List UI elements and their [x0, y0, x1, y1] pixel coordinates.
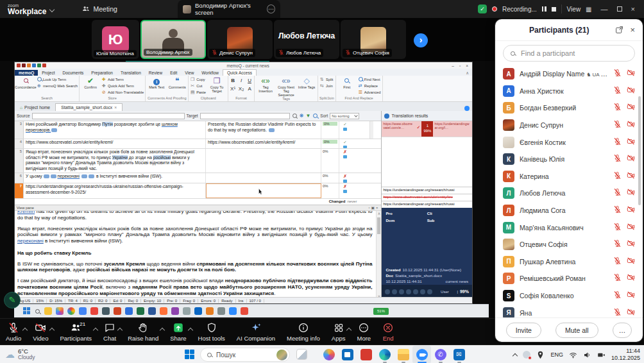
filter-funnel-icon[interactable]: ▼	[305, 113, 310, 119]
ribbon-tag-insertion[interactable]: «»Tag Insertion	[256, 76, 275, 97]
ribbon-tab-memoq[interactable]: memoQ	[15, 70, 38, 76]
participant-row-софія-коваленко[interactable]: SСофія Коваленко	[495, 287, 643, 305]
ribbon-tab-review[interactable]: Review	[145, 70, 166, 76]
participant-row-канівець-юлія[interactable]: ККанівець Юлія	[495, 151, 643, 168]
compare-row[interactable]: https://www.obozrevatel.com/ukr/entity/k…	[382, 194, 472, 201]
source-filter-input[interactable]	[32, 113, 185, 119]
target-cell[interactable]: https://www.obozrevatel.com/ukr/entity/k…	[206, 139, 321, 148]
target-cell[interactable]: Presently, the Russian dictator Vladimir…	[206, 121, 321, 139]
source-cell[interactable]: Нині російський диктатор Володимир Путін…	[24, 121, 206, 139]
comment-icon[interactable]	[343, 155, 347, 158]
ribbon-inline-tags[interactable]: ◇Inline Tags	[297, 76, 316, 97]
shared-app-excel[interactable]	[137, 307, 144, 315]
match-result-row[interactable]: https://www.obozrevatel.com/e… ✓ 1 99% h…	[382, 121, 472, 137]
taskbar-app-red-app[interactable]	[357, 346, 375, 363]
shared-app-explorer[interactable]	[44, 307, 52, 315]
comment-icon[interactable]	[343, 190, 347, 193]
search-daily-image[interactable]	[276, 350, 287, 360]
toolbar-video[interactable]: Video	[27, 319, 54, 345]
task-view-button[interactable]	[296, 349, 307, 360]
tab-options-button[interactable]: ⋯	[267, 4, 275, 13]
tab-document[interactable]: Stattia_sample_short.docx×	[55, 103, 123, 111]
participant-row-мар'яна-касьянович[interactable]: ММар'яна Касьянович	[495, 219, 643, 236]
comment-icon[interactable]	[343, 128, 347, 131]
next-participants-button[interactable]: ›	[414, 33, 428, 47]
close-icon[interactable]: ×	[114, 105, 117, 110]
target-cell[interactable]	[206, 149, 321, 173]
format-x[interactable]: X¹	[230, 86, 236, 92]
close-panel-icon[interactable]: ×	[630, 25, 635, 35]
start-button[interactable]	[185, 350, 194, 359]
format-a[interactable]: A	[246, 86, 253, 92]
ribbon-tab-quick-access[interactable]: Quick Access	[223, 69, 257, 76]
invite-button[interactable]: Invite	[506, 323, 541, 338]
ribbon-join[interactable]: ⇆Join	[319, 83, 333, 89]
shared-app-copilot[interactable]	[56, 307, 64, 315]
memoq-minimize[interactable]: –	[450, 63, 456, 68]
participant-row-денис-супрун[interactable]: Денис Супрун	[495, 117, 643, 134]
participant-row-любов-летюча[interactable]: ЛЛюбов Летюча	[495, 185, 643, 202]
tab-shared-screen[interactable]: Володимир Артюх's screen ⋯	[178, 0, 280, 18]
ribbon-tab-translation[interactable]: Translation	[117, 70, 145, 76]
participant-row-анна-христюк[interactable]: ААнна Христюк	[495, 83, 643, 100]
source-cell[interactable]: https://www.obozrevatel.com/ukr/entity/k…	[24, 139, 206, 148]
format-i[interactable]: I	[238, 78, 244, 83]
shared-app-grey-app[interactable]	[217, 307, 225, 315]
ribbon-add-non-translatable[interactable]: ⊘Add Non-Translatable	[101, 89, 144, 95]
ribbon-tab-documents[interactable]: Documents	[58, 70, 87, 76]
ribbon-add-term[interactable]: ✚Add Term	[101, 76, 144, 82]
view-pane-controls[interactable]: ▫▣×	[368, 206, 379, 210]
shared-app-linkedin[interactable]	[194, 307, 202, 315]
source-cell[interactable]: Якщо втрат, понесених унаслідок кількох …	[24, 149, 206, 173]
toolbar-more[interactable]: More	[351, 319, 377, 345]
ribbon-first[interactable]: First	[337, 76, 357, 96]
maximize-button[interactable]	[617, 6, 622, 12]
ribbon-paste[interactable]: ▤Paste	[190, 89, 206, 95]
ribbon-look-up-term[interactable]: Look Up Term	[37, 76, 78, 82]
taskbar-app-microsoft-store[interactable]	[338, 346, 357, 363]
sort-dropdown[interactable]: No sorting	[330, 113, 359, 119]
shared-search-icon[interactable]	[35, 305, 40, 317]
ribbon-tab-preparation[interactable]: Preparation	[87, 70, 117, 76]
ribbon-quick-add-term[interactable]: ✚Quick Add Term	[101, 83, 144, 89]
participant-row-андрій-display-name[interactable]: ААндрій Display Name ♞ UA ✈ ☂ ⚙ …	[495, 65, 643, 83]
table-row[interactable]: 5Якщо втрат, понесених унаслідок кількох…	[15, 149, 381, 173]
participant-row-євгенія-костик[interactable]: Євгенія Костик	[495, 133, 643, 151]
pop-out-icon[interactable]	[615, 26, 623, 34]
ribbon-split[interactable]: ⇅Split	[319, 76, 333, 82]
table-row[interactable]: 4https://www.obozrevatel.com/ukr/entity/…	[15, 139, 381, 149]
source-cell[interactable]: У цьому переконані в Інституті вивчення …	[24, 173, 206, 183]
quick-access-icon-5[interactable]	[42, 63, 46, 67]
camera-icon[interactable]	[597, 351, 606, 359]
hidden-icons-chevron[interactable]	[513, 353, 518, 358]
view-grid-icon[interactable]: ▦	[586, 6, 591, 13]
shared-app-outlook[interactable]	[125, 307, 133, 315]
format-x[interactable]: X₂	[238, 86, 244, 92]
toolbar-audio[interactable]: Audio	[0, 319, 27, 345]
format-b[interactable]: B	[230, 78, 236, 83]
ribbon-replace[interactable]: ⇄Replace	[358, 83, 381, 89]
toolbar-participants[interactable]: Participants21	[54, 319, 97, 345]
speaker-icon[interactable]	[583, 351, 591, 359]
ribbon-confirm[interactable]: ✔Confirm	[81, 76, 100, 96]
weather-widget[interactable]: ☁ 6°C Cloudy	[5, 348, 35, 361]
ribbon-copy[interactable]: ❐Copy	[190, 76, 206, 82]
shared-start-button[interactable]	[23, 307, 31, 315]
memoq-maximize[interactable]: ▫	[457, 63, 462, 68]
pause-recording-button[interactable]	[542, 6, 547, 12]
table-row[interactable]: 7https://understandingwar.org/research/r…	[15, 183, 381, 199]
video-tile-денис-супрун[interactable]: Денис Супрун	[207, 20, 273, 59]
mute-all-button[interactable]: Mute all	[555, 323, 598, 338]
minimize-button[interactable]: —	[597, 5, 612, 13]
language-indicator[interactable]: ENG	[550, 351, 563, 358]
comment-icon[interactable]	[343, 146, 347, 148]
shared-app-calc[interactable]	[102, 307, 110, 315]
taskbar-app-copilot[interactable]	[319, 346, 338, 363]
memoq-close[interactable]: ×	[464, 63, 470, 68]
security-shield-icon[interactable]: ✓	[478, 4, 487, 13]
ribbon-find-next[interactable]: Find Next	[358, 76, 381, 82]
participant-row-катерина[interactable]: ККатерина	[495, 168, 643, 185]
video-tile-любов-летюча[interactable]: Любов ЛетючаЛюбов Летюча	[274, 20, 339, 59]
toolbar-raise-hand[interactable]: Raise hand	[122, 319, 164, 345]
quick-access-icon-4[interactable]	[37, 63, 41, 67]
